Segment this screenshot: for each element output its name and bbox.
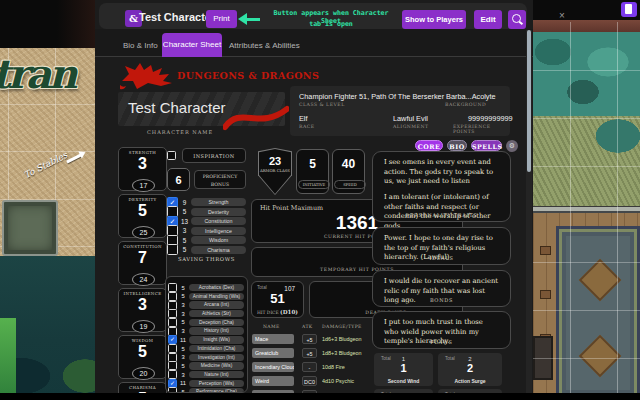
skill-checkbox[interactable] xyxy=(168,309,177,318)
skill-checkbox[interactable] xyxy=(168,335,177,344)
skill-row[interactable]: 5 Animal Handling (Wis) xyxy=(168,293,244,300)
tab-attributes-abilities[interactable]: Attributes & Abilities xyxy=(229,41,300,50)
personality-traits-box[interactable]: I see omens in every event and action. T… xyxy=(372,151,511,222)
skill-checkbox[interactable] xyxy=(168,301,177,310)
skill-row[interactable]: 3 Nature (Int) xyxy=(168,371,244,378)
skill-row[interactable]: 3 Athletics (Str) xyxy=(168,310,244,317)
skill-value: 11 xyxy=(177,380,189,386)
skill-row[interactable]: 3 Investigation (Int) xyxy=(168,354,244,361)
ability-wisdom[interactable]: WISDOM 5 20 xyxy=(118,335,167,379)
skill-row[interactable]: 5 Medicine (Wis) xyxy=(168,362,244,369)
ability-score: 19 xyxy=(132,320,155,333)
flaws-box[interactable]: I put too much trust in those who wield … xyxy=(372,311,511,349)
speed-value: 40 xyxy=(333,157,364,171)
attack-bonus: +5 xyxy=(302,334,317,344)
skill-row[interactable]: 3 Arcana (Int) xyxy=(168,301,244,308)
scrollbar-thumb[interactable] xyxy=(527,30,531,172)
map-wall xyxy=(533,20,640,32)
inspiration-checkbox[interactable] xyxy=(167,151,176,160)
ability-strength[interactable]: STRENGTH 3 17 xyxy=(118,147,167,191)
ideals-box[interactable]: Power. I hope to one day rise to the top… xyxy=(372,227,511,265)
ability-charisma[interactable]: CHARISMA 5 20 xyxy=(118,382,167,393)
saving-throw-row[interactable]: 5 Charisma xyxy=(167,246,246,254)
saving-throw-row[interactable]: 5 Wisdom xyxy=(167,236,246,244)
feature-second-wind[interactable]: Total 1 1 Second Wind xyxy=(374,353,433,386)
class-and-background[interactable]: Champion Fighter 51, Path Of The Berserk… xyxy=(299,92,504,101)
map-grid-line xyxy=(533,310,640,311)
skill-checkbox[interactable] xyxy=(168,361,177,370)
saving-throw-row[interactable]: 9 Strength xyxy=(167,198,246,206)
print-button[interactable]: Print xyxy=(206,10,237,28)
ability-intelligence[interactable]: INTELLIGENCE 3 19 xyxy=(118,288,167,332)
feature-action-surge[interactable]: Total 2 2 Action Surge xyxy=(438,353,502,386)
inspiration-label: INSPIRATION xyxy=(182,148,246,163)
skill-name: Arcana (Int) xyxy=(189,301,244,308)
skill-checkbox[interactable] xyxy=(168,327,177,336)
hit-dice-value: 51 xyxy=(252,291,303,306)
skill-row[interactable]: 5 Deception (Cha) xyxy=(168,319,244,326)
attack-name[interactable]: Greatclub xyxy=(252,348,294,358)
red-swoosh-icon xyxy=(223,103,289,133)
saving-throw-row[interactable]: 5 Dexterity xyxy=(167,208,246,216)
skill-checkbox[interactable] xyxy=(168,318,177,327)
map-stool xyxy=(540,290,551,299)
character-sheet-modal: & Test Character Print Button appears wh… xyxy=(95,0,533,393)
sheet-tab-bio[interactable]: BIO xyxy=(447,140,467,151)
saving-throw-row[interactable]: 13 Constitution xyxy=(167,217,246,225)
saving-throw-name: Dexterity xyxy=(191,208,246,216)
sheet-settings-gear-icon[interactable]: ⚙ xyxy=(506,140,518,152)
edit-button[interactable]: Edit xyxy=(474,10,502,29)
skill-value: 5 xyxy=(177,285,189,291)
saving-throw-checkbox[interactable] xyxy=(167,244,178,255)
skill-checkbox[interactable] xyxy=(168,283,177,292)
race-value[interactable]: Elf xyxy=(299,114,308,123)
skill-row[interactable]: 5 Intimidation (Cha) xyxy=(168,345,244,352)
saving-throws-list: 9 Strength 5 Dexterity 13 Constitution 3… xyxy=(167,198,246,255)
map-table xyxy=(579,259,621,301)
skill-row[interactable]: 11 Perception (Wis) xyxy=(168,380,244,387)
skill-row[interactable]: 3 History (Int) xyxy=(168,327,244,334)
skill-name: Investigation (Int) xyxy=(189,354,244,361)
sheet-tab-core[interactable]: CORE xyxy=(415,140,443,151)
attack-name[interactable]: Mace xyxy=(252,334,294,344)
skill-row[interactable]: 11 Insight (Wis) xyxy=(168,336,244,343)
feature-uses[interactable]: 2 xyxy=(438,362,502,374)
browser-extension-icon[interactable] xyxy=(621,2,637,17)
skill-checkbox[interactable] xyxy=(168,292,177,301)
speed-box[interactable]: 40 SPEED xyxy=(332,149,365,194)
saving-throw-value: 5 xyxy=(178,237,191,244)
alignment-value[interactable]: Lawful Evil xyxy=(393,114,428,123)
map-grid-line xyxy=(533,166,640,167)
skill-value: 3 xyxy=(177,302,189,308)
initiative-box[interactable]: 5 INITIATIVE xyxy=(296,149,329,194)
hit-die-type: (D10) xyxy=(280,309,298,315)
experience-value[interactable]: 99999999999 xyxy=(468,114,513,123)
ability-constitution[interactable]: CONSTITUTION 7 24 xyxy=(118,241,167,285)
saving-throw-row[interactable]: 3 Intelligence xyxy=(167,227,246,235)
show-to-players-button[interactable]: Show to Players xyxy=(402,10,466,29)
skill-value: 5 xyxy=(177,319,189,325)
search-icon xyxy=(512,14,521,23)
skill-value: 5 xyxy=(177,346,189,352)
tab-character-sheet[interactable]: Character Sheet xyxy=(162,33,222,57)
skill-checkbox[interactable] xyxy=(168,370,177,379)
skill-checkbox[interactable] xyxy=(168,379,177,388)
ability-dexterity[interactable]: DEXTERITY 5 25 xyxy=(118,194,167,238)
skill-value: 3 xyxy=(177,354,189,360)
sheet-tab-spells[interactable]: SPELLS xyxy=(471,140,502,151)
tab-bio-info[interactable]: Bio & Info xyxy=(123,41,158,50)
alignment-label: ALIGNMENT xyxy=(393,124,429,129)
bonds-box[interactable]: I would die to recover an ancient relic … xyxy=(372,270,511,307)
attack-name[interactable]: Incendiary Cloud xyxy=(252,362,294,372)
speed-label: SPEED xyxy=(334,180,366,189)
close-icon[interactable]: × xyxy=(555,9,569,23)
skill-name: Perception (Wis) xyxy=(189,380,244,387)
feature-uses[interactable]: 1 xyxy=(374,362,433,374)
attack-name[interactable]: Weird xyxy=(252,376,294,386)
skill-row[interactable]: 5 Acrobatics (Dex) xyxy=(168,284,244,291)
skill-checkbox[interactable] xyxy=(168,344,177,353)
armor-class-shield[interactable]: 23 ARMOR CLASS xyxy=(258,148,292,195)
search-button[interactable] xyxy=(508,10,526,29)
skill-checkbox[interactable] xyxy=(168,353,177,362)
hit-dice-box[interactable]: Total 107 51 HIT DICE (D10) xyxy=(251,281,304,318)
